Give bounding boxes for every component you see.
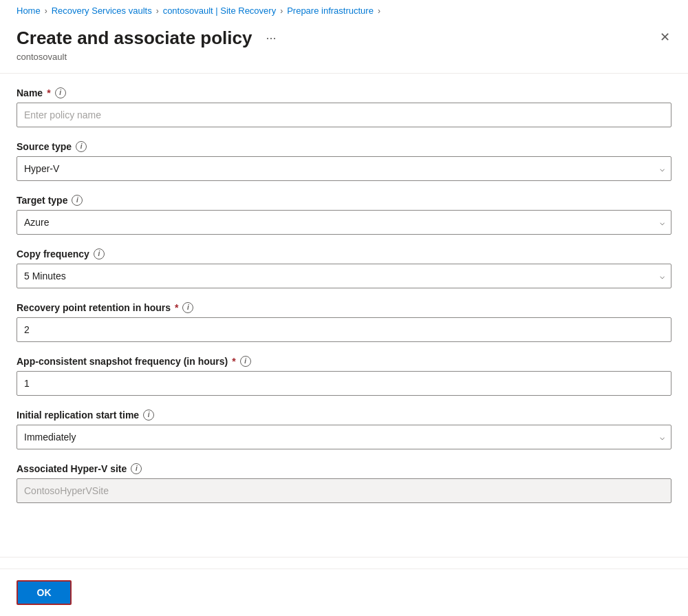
target-type-select[interactable]: Azure Secondary site — [17, 210, 671, 235]
breadcrumb-site-recovery[interactable]: contosovault | Site Recovery — [163, 6, 277, 16]
source-type-info-icon[interactable]: i — [76, 141, 87, 152]
copy-frequency-label: Copy frequency i — [17, 248, 671, 259]
page-header: Create and associate policy ··· contosov… — [0, 21, 688, 74]
recovery-retention-input[interactable] — [17, 317, 671, 342]
replication-start-label: Initial replication start time i — [17, 410, 671, 421]
page-container: Home › Recovery Services vaults › contos… — [0, 0, 688, 616]
source-type-label: Source type i — [17, 141, 671, 152]
form-group-source-type: Source type i Hyper-V VMware Physical ⌵ — [17, 141, 671, 181]
breadcrumb-sep-2: › — [155, 6, 160, 16]
form-group-name: Name * i — [17, 87, 671, 127]
replication-start-info-icon[interactable]: i — [143, 410, 154, 421]
copy-frequency-info-icon[interactable]: i — [94, 248, 105, 259]
form-group-target-type: Target type i Azure Secondary site ⌵ — [17, 195, 671, 235]
form-group-recovery-retention: Recovery point retention in hours * i — [17, 302, 671, 342]
recovery-retention-info-icon[interactable]: i — [182, 302, 193, 313]
source-type-select-wrapper: Hyper-V VMware Physical ⌵ — [17, 156, 671, 181]
app-snapshot-info-icon[interactable]: i — [240, 356, 251, 367]
breadcrumb-sep-4: › — [376, 6, 382, 16]
target-type-select-wrapper: Azure Secondary site ⌵ — [17, 210, 671, 235]
footer-divider — [0, 557, 688, 557]
breadcrumb-sep-3: › — [279, 6, 284, 16]
copy-frequency-select[interactable]: 30 Seconds 5 Minutes 15 Minutes — [17, 264, 671, 288]
copy-frequency-select-wrapper: 30 Seconds 5 Minutes 15 Minutes ⌵ — [17, 264, 671, 288]
app-snapshot-required: * — [232, 356, 235, 367]
form-group-hyper-v-site: Associated Hyper-V site i — [17, 463, 671, 503]
source-type-select[interactable]: Hyper-V VMware Physical — [17, 156, 671, 181]
breadcrumb: Home › Recovery Services vaults › contos… — [0, 0, 688, 21]
hyper-v-site-input — [17, 478, 671, 503]
breadcrumb-prepare-infra[interactable]: Prepare infrastructure — [287, 6, 374, 16]
ok-button[interactable]: OK — [17, 580, 72, 605]
page-subtitle: contosovault — [17, 52, 671, 62]
target-type-label: Target type i — [17, 195, 671, 206]
page-title: Create and associate policy — [17, 27, 252, 50]
name-required: * — [47, 87, 50, 98]
name-label: Name * i — [17, 87, 671, 98]
replication-start-select[interactable]: Immediately Custom — [17, 425, 671, 449]
name-info-icon[interactable]: i — [55, 87, 66, 98]
hyper-v-site-label: Associated Hyper-V site i — [17, 463, 671, 474]
close-button[interactable]: ✕ — [656, 27, 674, 47]
form-container: Name * i Source type i Hyper-V VMware Ph… — [0, 74, 688, 551]
more-options-button[interactable]: ··· — [260, 28, 281, 48]
page-footer: OK — [0, 569, 688, 616]
name-input[interactable] — [17, 103, 671, 127]
app-snapshot-input[interactable] — [17, 371, 671, 396]
breadcrumb-sep-1: › — [43, 6, 49, 16]
form-group-copy-frequency: Copy frequency i 30 Seconds 5 Minutes 15… — [17, 248, 671, 288]
app-snapshot-label: App-consistent snapshot frequency (in ho… — [17, 356, 671, 367]
recovery-retention-required: * — [175, 302, 178, 313]
recovery-retention-label: Recovery point retention in hours * i — [17, 302, 671, 313]
form-group-replication-start: Initial replication start time i Immedia… — [17, 410, 671, 449]
replication-start-select-wrapper: Immediately Custom ⌵ — [17, 425, 671, 449]
target-type-info-icon[interactable]: i — [72, 195, 83, 206]
hyper-v-site-info-icon[interactable]: i — [131, 463, 142, 474]
breadcrumb-home[interactable]: Home — [17, 6, 41, 16]
breadcrumb-recovery-vaults[interactable]: Recovery Services vaults — [52, 6, 152, 16]
form-group-app-snapshot: App-consistent snapshot frequency (in ho… — [17, 356, 671, 396]
